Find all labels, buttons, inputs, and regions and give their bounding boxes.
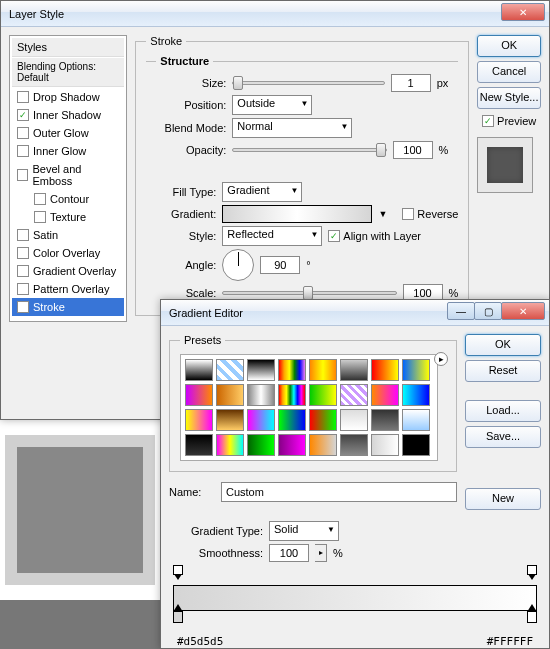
opacity-stop-right[interactable] (527, 565, 537, 575)
filltype-label: Fill Type: (146, 186, 216, 198)
preset-swatch[interactable] (309, 384, 337, 406)
presets-menu-icon[interactable]: ▸ (434, 352, 448, 366)
style-item-drop-shadow[interactable]: Drop Shadow (12, 88, 124, 106)
gradient-preview[interactable] (173, 585, 537, 611)
opacity-stop-left[interactable] (173, 565, 183, 575)
gradtype-select[interactable]: Solid (269, 521, 339, 541)
preset-swatch[interactable] (402, 359, 430, 381)
checkbox[interactable] (17, 229, 29, 241)
checkbox[interactable] (17, 283, 29, 295)
preview-checkbox[interactable]: Preview (477, 115, 541, 127)
preset-swatch[interactable] (309, 409, 337, 431)
blending-options[interactable]: Blending Options: Default (12, 58, 124, 87)
style-item-outer-glow[interactable]: Outer Glow (12, 124, 124, 142)
style-item-satin[interactable]: Satin (12, 226, 124, 244)
preset-swatch[interactable] (247, 434, 275, 456)
save-button[interactable]: Save... (465, 426, 541, 448)
preset-swatch[interactable] (340, 409, 368, 431)
smooth-value[interactable]: 100 (269, 544, 309, 562)
opacity-value[interactable]: 100 (393, 141, 433, 159)
preset-swatch[interactable] (340, 384, 368, 406)
style-item-contour[interactable]: Contour (12, 190, 124, 208)
style-item-stroke[interactable]: Stroke (12, 298, 124, 316)
titlebar[interactable]: Layer Style ✕ (1, 1, 549, 27)
preset-swatch[interactable] (278, 384, 306, 406)
style-item-pattern-overlay[interactable]: Pattern Overlay (12, 280, 124, 298)
preset-swatch[interactable] (185, 409, 213, 431)
align-checkbox[interactable]: Align with Layer (328, 230, 421, 242)
checkbox[interactable] (17, 109, 29, 121)
preset-swatch[interactable] (247, 409, 275, 431)
style-item-inner-shadow[interactable]: Inner Shadow (12, 106, 124, 124)
style-select[interactable]: Reflected (222, 226, 322, 246)
style-item-texture[interactable]: Texture (12, 208, 124, 226)
checkbox[interactable] (34, 211, 46, 223)
cancel-button[interactable]: Cancel (477, 61, 541, 83)
preset-swatch[interactable] (402, 434, 430, 456)
gedit-titlebar[interactable]: Gradient Editor — ▢ ✕ (161, 300, 549, 326)
preset-swatch[interactable] (216, 359, 244, 381)
checkbox[interactable] (17, 265, 29, 277)
preset-swatch[interactable] (309, 434, 337, 456)
preset-swatch[interactable] (185, 384, 213, 406)
preset-swatch[interactable] (247, 359, 275, 381)
position-select[interactable]: Outside (232, 95, 312, 115)
reverse-checkbox[interactable]: Reverse (402, 208, 458, 220)
checkbox[interactable] (34, 193, 46, 205)
opacity-slider[interactable] (232, 148, 386, 152)
gradient-editor-dialog: Gradient Editor — ▢ ✕ Presets ▸ Name: OK… (160, 299, 550, 649)
style-item-inner-glow[interactable]: Inner Glow (12, 142, 124, 160)
ok-button[interactable]: OK (477, 35, 541, 57)
preset-swatch[interactable] (185, 359, 213, 381)
preset-swatch[interactable] (371, 384, 399, 406)
gedit-close-button[interactable]: ✕ (501, 302, 545, 320)
checkbox[interactable] (17, 91, 29, 103)
angle-dial[interactable] (222, 249, 254, 281)
checkbox[interactable] (17, 247, 29, 259)
checkbox[interactable] (17, 127, 29, 139)
filltype-select[interactable]: Gradient (222, 182, 302, 202)
new-style-button[interactable]: New Style... (477, 87, 541, 109)
gedit-ok-button[interactable]: OK (465, 334, 541, 356)
blendmode-select[interactable]: Normal (232, 118, 352, 138)
checkbox[interactable] (17, 145, 29, 157)
preset-swatch[interactable] (216, 409, 244, 431)
maximize-button[interactable]: ▢ (474, 302, 502, 320)
new-button[interactable]: New (465, 488, 541, 510)
load-button[interactable]: Load... (465, 400, 541, 422)
checkbox[interactable] (17, 301, 29, 313)
checkbox[interactable] (17, 169, 28, 181)
right-buttons: OK Cancel New Style... Preview (477, 35, 541, 322)
preset-swatch[interactable] (371, 359, 399, 381)
style-item-gradient-overlay[interactable]: Gradient Overlay (12, 262, 124, 280)
color-stop-left[interactable] (173, 611, 183, 623)
smooth-arrow-icon[interactable]: ▸ (315, 544, 327, 562)
reset-button[interactable]: Reset (465, 360, 541, 382)
preset-swatch[interactable] (340, 359, 368, 381)
size-value[interactable]: 1 (391, 74, 431, 92)
minimize-button[interactable]: — (447, 302, 475, 320)
preset-swatch[interactable] (309, 359, 337, 381)
angle-value[interactable]: 90 (260, 256, 300, 274)
preset-swatch[interactable] (340, 434, 368, 456)
preset-swatch[interactable] (185, 434, 213, 456)
preset-swatch[interactable] (278, 409, 306, 431)
scale-slider[interactable] (222, 291, 396, 295)
color-stop-right[interactable] (527, 611, 537, 623)
gradient-picker[interactable] (222, 205, 372, 223)
styles-header[interactable]: Styles (12, 38, 124, 57)
preset-swatch[interactable] (402, 409, 430, 431)
preset-swatch[interactable] (216, 434, 244, 456)
style-item-bevel-and-emboss[interactable]: Bevel and Emboss (12, 160, 124, 190)
style-item-color-overlay[interactable]: Color Overlay (12, 244, 124, 262)
preset-swatch[interactable] (216, 384, 244, 406)
name-input[interactable] (221, 482, 457, 502)
preset-swatch[interactable] (278, 359, 306, 381)
preset-swatch[interactable] (371, 409, 399, 431)
preset-swatch[interactable] (278, 434, 306, 456)
size-slider[interactable] (232, 81, 384, 85)
close-button[interactable]: ✕ (501, 3, 545, 21)
preset-swatch[interactable] (371, 434, 399, 456)
preset-swatch[interactable] (247, 384, 275, 406)
preset-swatch[interactable] (402, 384, 430, 406)
